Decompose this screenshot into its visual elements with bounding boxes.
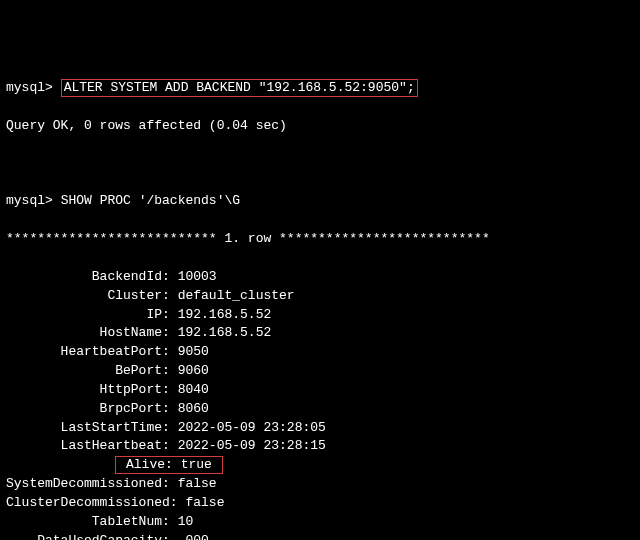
field-row: BrpcPort: 8060: [6, 400, 634, 419]
command-1-highlighted: ALTER SYSTEM ADD BACKEND "192.168.5.52:9…: [61, 79, 418, 97]
field-label: ClusterDecommissioned: [6, 495, 170, 510]
field-value: false: [185, 495, 224, 510]
field-value: 9060: [178, 363, 209, 378]
field-label: BackendId: [6, 269, 162, 284]
field-value: .000: [178, 533, 217, 540]
field-row: LastStartTime: 2022-05-09 23:28:05: [6, 419, 634, 438]
field-value: 8040: [178, 382, 209, 397]
field-label: BePort: [6, 363, 162, 378]
field-row: ClusterDecommissioned: false: [6, 494, 634, 513]
field-label: HttpPort: [6, 382, 162, 397]
field-value: default_cluster: [178, 288, 295, 303]
command-line-1: mysql> ALTER SYSTEM ADD BACKEND "192.168…: [6, 79, 634, 98]
field-label: LastStartTime: [6, 420, 162, 435]
field-row: HttpPort: 8040: [6, 381, 634, 400]
field-row: Cluster: default_cluster: [6, 287, 634, 306]
field-label: HeartbeatPort: [6, 344, 162, 359]
field-value: 10003: [178, 269, 217, 284]
field-label: BrpcPort: [6, 401, 162, 416]
field-row: Alive: true: [6, 456, 634, 475]
field-label: Cluster: [6, 288, 162, 303]
prompt-2: mysql>: [6, 193, 53, 208]
field-value: 10: [178, 514, 194, 529]
field-row: HeartbeatPort: 9050: [6, 343, 634, 362]
alive-highlight-box: Alive: true: [115, 456, 222, 474]
field-row: BackendId: 10003: [6, 268, 634, 287]
field-label: DataUsedCapacity: [6, 533, 162, 540]
command-2: SHOW PROC '/backends'\G: [61, 193, 240, 208]
field-value: 2022-05-09 23:28:05: [178, 420, 326, 435]
row-header: *************************** 1. row *****…: [6, 230, 634, 249]
prompt-1: mysql>: [6, 80, 53, 95]
field-value: 192.168.5.52: [178, 307, 272, 322]
field-value: 192.168.5.52: [178, 325, 272, 340]
field-value: 8060: [178, 401, 209, 416]
field-value: false: [178, 476, 217, 491]
field-row: IP: 192.168.5.52: [6, 306, 634, 325]
field-label: LastHeartbeat: [6, 438, 162, 453]
fields-list: BackendId: 10003 Cluster: default_cluste…: [6, 268, 634, 540]
field-row: BePort: 9060: [6, 362, 634, 381]
field-value: 2022-05-09 23:28:15: [178, 438, 326, 453]
field-row: SystemDecommissioned: false: [6, 475, 634, 494]
command-line-2: mysql> SHOW PROC '/backends'\G: [6, 192, 634, 211]
field-row: HostName: 192.168.5.52: [6, 324, 634, 343]
field-value: 9050: [178, 344, 209, 359]
blank-line-1: [6, 155, 634, 174]
field-label: IP: [6, 307, 162, 322]
result-line-1: Query OK, 0 rows affected (0.04 sec): [6, 117, 634, 136]
field-row: DataUsedCapacity: .000: [6, 532, 634, 540]
field-row: LastHeartbeat: 2022-05-09 23:28:15: [6, 437, 634, 456]
field-label: TabletNum: [6, 514, 162, 529]
field-label: HostName: [6, 325, 162, 340]
field-row: TabletNum: 10: [6, 513, 634, 532]
field-label: SystemDecommissioned: [6, 476, 162, 491]
